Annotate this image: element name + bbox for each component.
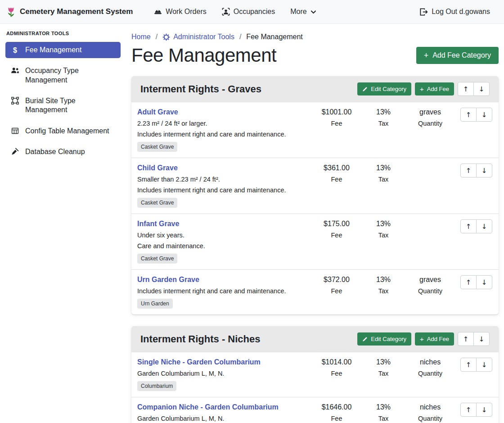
fee-name-link[interactable]: Infant Grave: [137, 220, 179, 228]
move-fee-down-button[interactable]: ↓: [476, 358, 492, 372]
breadcrumb-admin-tools-link[interactable]: Administrator Tools: [162, 33, 234, 41]
fee-quantity-label: Quantity: [407, 370, 454, 377]
fee-quantity-label: Quantity: [407, 120, 454, 127]
fee-type-badge: Casket Grave: [137, 198, 177, 208]
edit-category-button[interactable]: Edit Category: [357, 82, 411, 96]
fee-tax-label: Tax: [360, 176, 407, 183]
fee-amount: $1014.00: [313, 358, 360, 366]
move-category-up-button[interactable]: ↑: [458, 332, 474, 346]
fee-tax-column: 13% Tax: [360, 107, 407, 127]
nav-work-orders[interactable]: Work Orders: [154, 8, 206, 16]
logout-link[interactable]: Log Out d.gowans: [419, 8, 490, 16]
fee-quantity: niches: [407, 403, 454, 411]
arrow-down-icon: ↓: [482, 361, 487, 369]
move-fee-up-button[interactable]: ↑: [460, 219, 477, 233]
breadcrumb-admin-tools-label: Administrator Tools: [173, 33, 234, 41]
move-fee-down-button[interactable]: ↓: [476, 219, 492, 233]
sidebar-item-config-table-management[interactable]: Config Table Management: [5, 123, 121, 139]
fee-reorder-group: ↑ ↓: [460, 163, 492, 177]
main-content: Home / Administrator Tools / Fee Managem…: [126, 24, 504, 423]
nav-work-orders-label: Work Orders: [166, 8, 206, 16]
fee-tax-column: 13% Tax: [360, 219, 407, 239]
move-fee-up-button[interactable]: ↑: [460, 275, 477, 289]
fee-amount-label: Fee: [313, 370, 360, 377]
move-category-down-button[interactable]: ↓: [473, 332, 490, 346]
nav-occupancies-label: Occupancies: [234, 8, 275, 16]
fee-quantity-column: [407, 163, 454, 164]
sidebar-item-label: Burial Site Type Management: [25, 96, 115, 115]
add-fee-label: Add Fee: [427, 336, 449, 342]
add-fee-category-button[interactable]: + Add Fee Category: [416, 47, 499, 64]
sidebar-item-fee-management[interactable]: $ Fee Management: [5, 42, 121, 58]
move-category-down-button[interactable]: ↓: [473, 82, 490, 96]
category-reorder-group: ↑ ↓: [458, 332, 490, 346]
fee-quantity: graves: [407, 276, 454, 284]
arrow-down-icon: ↓: [482, 167, 487, 175]
fee-description: Under six years.: [137, 232, 310, 239]
fee-name-link[interactable]: Single Niche - Garden Columbarium: [137, 358, 261, 366]
move-fee-down-button[interactable]: ↓: [476, 275, 492, 289]
add-fee-button[interactable]: + Add Fee: [415, 82, 454, 96]
move-category-up-button[interactable]: ↑: [458, 82, 474, 96]
breadcrumb-home-link[interactable]: Home: [131, 33, 151, 41]
page-title: Fee Management: [131, 45, 276, 66]
fee-type-badge: Columbarium: [137, 381, 176, 391]
sidebar-item-label: Database Cleanup: [25, 147, 85, 156]
category-title: Interment Rights - Niches: [140, 333, 354, 345]
fee-description: Care and maintenance.: [137, 242, 310, 250]
fee-amount-column: $372.00 Fee: [313, 275, 360, 295]
move-fee-down-button[interactable]: ↓: [476, 108, 492, 122]
tulip-logo-icon: [6, 6, 16, 18]
arrow-up-icon: ↑: [466, 361, 472, 369]
edit-category-button[interactable]: Edit Category: [357, 332, 411, 346]
move-fee-up-button[interactable]: ↑: [460, 164, 477, 177]
fee-quantity-label: Quantity: [407, 287, 454, 295]
table-icon: [11, 127, 19, 135]
fee-tax-column: 13% Tax: [360, 275, 407, 295]
arrow-up-icon: ↑: [466, 167, 472, 175]
fee-amount-column: $1001.00 Fee: [313, 107, 360, 127]
fee-description: Garden Columbarium L, M, N.: [137, 415, 310, 422]
sidebar-item-occupancy-type-management[interactable]: Occupancy Type Management: [5, 63, 121, 88]
move-fee-up-button[interactable]: ↑: [460, 358, 477, 372]
nav-occupancies[interactable]: Occupancies: [222, 8, 275, 16]
arrow-down-icon: ↓: [482, 278, 487, 287]
fee-tax: 13%: [360, 164, 407, 172]
person-bounding-box-icon: [222, 8, 230, 16]
people-icon: [11, 67, 19, 74]
fee-row: Urn Garden Grave Includes interment righ…: [131, 269, 499, 314]
gear-icon: [162, 33, 170, 41]
fee-amount: $1001.00: [313, 108, 360, 116]
nav-more[interactable]: More: [290, 8, 316, 16]
category-header: Interment Rights - Niches Edit Category …: [131, 326, 499, 352]
fee-name-link[interactable]: Companion Niche - Garden Columbarium: [137, 403, 279, 411]
app-title: Cemetery Management System: [20, 7, 133, 16]
fee-tax-column: 13% Tax: [360, 402, 407, 422]
logout-icon: [419, 8, 428, 16]
dollar-icon: $: [11, 46, 19, 55]
plus-icon: +: [420, 337, 424, 342]
fee-reorder-group: ↑ ↓: [460, 402, 492, 417]
fee-quantity-column: [407, 219, 454, 220]
fee-quantity: niches: [407, 358, 454, 366]
sidebar-item-database-cleanup[interactable]: Database Cleanup: [5, 144, 121, 160]
broom-icon: [11, 148, 19, 155]
sidebar-item-label: Config Table Management: [25, 127, 109, 136]
fee-amount-label: Fee: [313, 176, 360, 183]
fee-description: Includes interment right and care and ma…: [137, 287, 310, 295]
fee-description: Garden Columbarium L, M, N.: [137, 370, 310, 377]
fee-name-link[interactable]: Child Grave: [137, 164, 178, 172]
fee-name-link[interactable]: Adult Grave: [137, 108, 178, 116]
move-fee-up-button[interactable]: ↑: [460, 108, 477, 122]
fee-type-badge: Casket Grave: [137, 254, 177, 264]
fee-name-link[interactable]: Urn Garden Grave: [137, 276, 199, 284]
move-fee-down-button[interactable]: ↓: [476, 403, 492, 417]
add-fee-button[interactable]: + Add Fee: [415, 332, 454, 346]
fee-amount-column: $1646.00 Fee: [313, 402, 360, 422]
fee-quantity-column: graves Quantity: [407, 275, 454, 295]
arrow-down-icon: ↓: [482, 111, 487, 119]
sidebar-item-burial-site-type-management[interactable]: Burial Site Type Management: [5, 93, 121, 118]
move-fee-down-button[interactable]: ↓: [476, 164, 492, 177]
move-fee-up-button[interactable]: ↑: [460, 403, 477, 417]
fee-quantity-column: niches Quantity: [407, 402, 454, 422]
